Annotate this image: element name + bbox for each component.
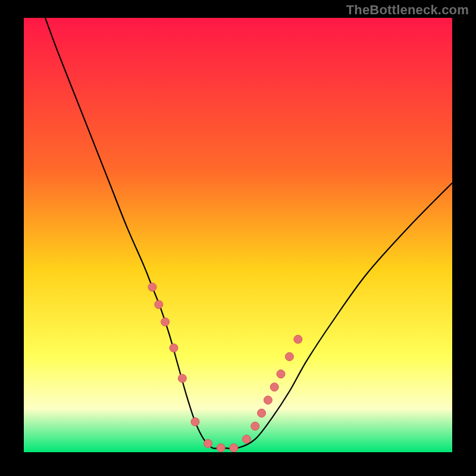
curve-marker — [155, 300, 163, 309]
curve-marker — [204, 439, 212, 447]
curve-marker — [264, 396, 272, 404]
curve-marker — [191, 418, 199, 426]
curve-marker — [277, 370, 285, 378]
curve-marker — [285, 352, 293, 361]
curve-marker — [258, 409, 266, 417]
attribution-label: TheBottleneck.com — [346, 2, 469, 18]
chart-stage: TheBottleneck.com — [0, 0, 476, 476]
curve-marker — [170, 344, 178, 352]
chart-svg — [24, 18, 452, 452]
curve-marker — [148, 283, 156, 292]
curve-marker — [270, 383, 278, 392]
curve-marker — [251, 422, 259, 430]
curve-marker — [294, 335, 302, 343]
curve-marker — [230, 444, 238, 452]
curve-marker — [178, 374, 186, 383]
curve-marker — [217, 444, 225, 452]
gradient-background — [24, 18, 452, 452]
plot-area — [24, 18, 452, 452]
curve-marker — [242, 435, 250, 443]
curve-marker — [161, 318, 170, 326]
